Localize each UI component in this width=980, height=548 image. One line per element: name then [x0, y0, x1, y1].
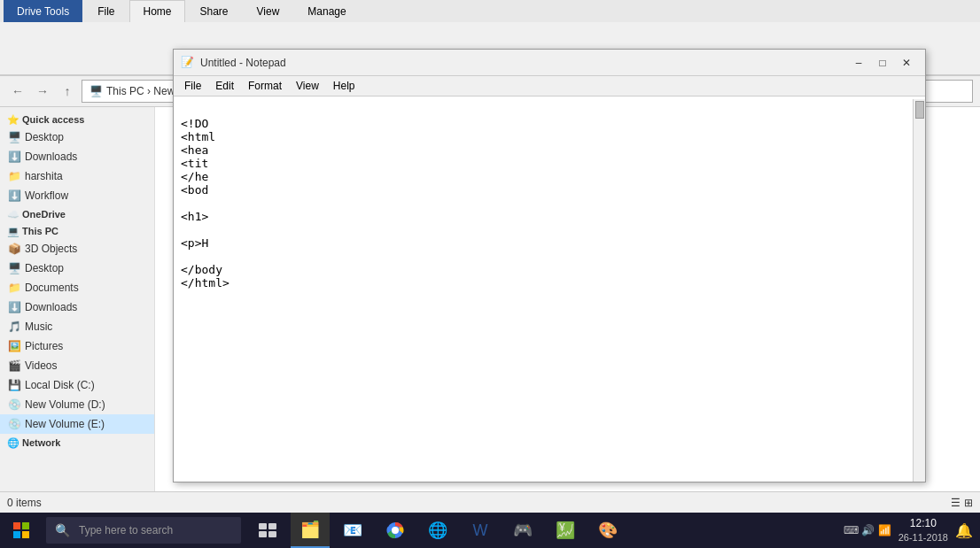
notepad-menu: File Edit Format View Help: [174, 76, 925, 96]
path-icon: 🖥️: [89, 85, 103, 97]
svg-rect-6: [259, 531, 267, 537]
clock: 12:10 26-11-2018: [898, 516, 948, 544]
notepad-title: Untitled - Notepad: [200, 57, 847, 69]
svg-rect-5: [268, 523, 276, 529]
quick-access-label: ⭐ Quick access: [0, 111, 154, 127]
music-icon: 🎵: [7, 320, 21, 334]
downloads-icon: ⬇️: [7, 150, 21, 164]
sidebar-item-new-volume-d[interactable]: 💿New Volume (D:): [0, 395, 154, 414]
svg-rect-4: [259, 523, 267, 529]
sidebar-item-local-disk-c[interactable]: 💾Local Disk (C:): [0, 375, 154, 395]
sidebar-item-documents[interactable]: 📁Documents: [0, 278, 154, 297]
view-controls: ☰ ⊞: [951, 497, 973, 509]
extra-taskbar-icon[interactable]: 🎨: [588, 513, 627, 548]
local-disk-c-icon: 💾: [7, 378, 21, 392]
harshita-icon: 📁: [7, 169, 21, 183]
taskbar-search-box[interactable]: 🔍 Type here to search: [46, 517, 241, 544]
tab-drive-tools[interactable]: Drive Tools: [4, 0, 82, 22]
sidebar-item-downloads[interactable]: ⬇️Downloads: [0, 297, 154, 317]
edge-taskbar-icon[interactable]: 🌐: [418, 513, 457, 548]
pictures-icon: 🖼️: [7, 339, 21, 353]
sketchbook-taskbar-icon[interactable]: 💹: [546, 513, 585, 548]
sidebar-item-downloads-quick[interactable]: ⬇️Downloads: [0, 147, 154, 166]
new-volume-d-icon: 💿: [7, 397, 21, 412]
tab-share[interactable]: Share: [187, 0, 242, 22]
game-taskbar-icon[interactable]: 🎮: [503, 513, 542, 548]
tab-view[interactable]: View: [244, 0, 293, 22]
onedrive-label: ☁️ OneDrive: [0, 205, 154, 222]
system-tray: ⌨ 🔊 📶 12:10 26-11-2018 🔔: [844, 516, 980, 544]
menu-file[interactable]: File: [177, 78, 208, 94]
date-display: 26-11-2018: [898, 531, 948, 544]
menu-view[interactable]: View: [289, 78, 326, 94]
grid-view-icon[interactable]: ⊞: [964, 497, 973, 509]
notification-icon[interactable]: 🔔: [955, 522, 973, 539]
sidebar-item-pictures[interactable]: 🖼️Pictures: [0, 336, 154, 356]
downloads2-icon: ⬇️: [7, 300, 21, 314]
svg-rect-2: [13, 531, 20, 538]
back-button[interactable]: ←: [7, 81, 28, 102]
tab-file[interactable]: File: [84, 0, 128, 22]
notepad-window: 📝 Untitled - Notepad – □ ✕ File Edit For…: [173, 49, 926, 482]
sidebar-item-new-volume-e[interactable]: 💿New Volume (E:): [0, 414, 154, 434]
status-bar: 0 items ☰ ⊞: [0, 491, 980, 513]
list-view-icon[interactable]: ☰: [951, 497, 961, 509]
chrome-taskbar-icon[interactable]: [376, 513, 415, 548]
notepad-app-icon: 📝: [181, 56, 195, 70]
time-display: 12:10: [898, 516, 948, 531]
notepad-content[interactable]: <!DO <html <hea <tit </he <bod <h1> <p>H…: [174, 96, 925, 482]
sidebar-item-harshita[interactable]: 📁harshita: [0, 166, 154, 186]
desktop2-icon: 🖥️: [7, 261, 21, 275]
maximize-button[interactable]: □: [871, 51, 894, 74]
sidebar-item-workflow[interactable]: ⬇️Workflow: [0, 186, 154, 205]
svg-rect-3: [22, 531, 29, 538]
forward-button[interactable]: →: [32, 81, 53, 102]
minimize-button[interactable]: –: [847, 51, 870, 74]
tray-icons[interactable]: ⌨ 🔊 📶: [844, 524, 891, 536]
desktop-icon: 🖥️: [7, 130, 21, 144]
notepad-titlebar: 📝 Untitled - Notepad – □ ✕: [174, 50, 925, 76]
notepad-scrollbar[interactable]: [913, 99, 925, 482]
file-explorer-taskbar-icon[interactable]: 🗂️: [291, 513, 330, 548]
3d-icon: 📦: [7, 242, 21, 256]
notepad-window-controls: – □ ✕: [847, 51, 918, 74]
tab-manage[interactable]: Manage: [294, 0, 359, 22]
svg-rect-1: [22, 522, 29, 529]
taskbar-pinned-icons: 🗂️ 📧 🌐 W 🎮 💹 🎨: [248, 513, 627, 548]
close-button[interactable]: ✕: [895, 51, 918, 74]
svg-rect-7: [268, 531, 276, 537]
explorer-sidebar: ⭐ Quick access 🖥️Desktop ⬇️Downloads 📁ha…: [0, 107, 155, 491]
taskbar: 🔍 Type here to search 🗂️ 📧: [0, 513, 980, 548]
mail-taskbar-icon[interactable]: 📧: [333, 513, 372, 548]
start-button[interactable]: [0, 513, 43, 548]
svg-rect-0: [13, 522, 20, 529]
sidebar-item-music[interactable]: 🎵Music: [0, 317, 154, 336]
network-label: 🌐 Network: [0, 434, 154, 451]
new-volume-e-icon: 💿: [7, 417, 21, 431]
taskbar-search-placeholder: Type here to search: [79, 524, 173, 536]
menu-edit[interactable]: Edit: [208, 78, 241, 94]
svg-point-9: [392, 527, 399, 534]
this-pc-label: 💻 This PC: [0, 222, 154, 239]
sidebar-item-videos[interactable]: 🎬Videos: [0, 356, 154, 375]
sidebar-item-desktop-quick[interactable]: 🖥️Desktop: [0, 127, 154, 147]
word-taskbar-icon[interactable]: W: [461, 513, 500, 548]
videos-icon: 🎬: [7, 359, 21, 373]
taskview-button[interactable]: [248, 513, 287, 548]
tab-home[interactable]: Home: [129, 0, 184, 22]
workflow-icon: ⬇️: [7, 189, 21, 203]
menu-help[interactable]: Help: [326, 78, 362, 94]
ribbon-tabs: Drive Tools File Home Share View Manage: [0, 0, 980, 22]
menu-format[interactable]: Format: [241, 78, 289, 94]
sidebar-item-3d[interactable]: 📦3D Objects: [0, 239, 154, 259]
up-button[interactable]: ↑: [57, 81, 78, 102]
taskbar-search-icon: 🔍: [55, 523, 70, 537]
item-count: 0 items: [7, 497, 42, 509]
documents-icon: 📁: [7, 281, 21, 295]
sidebar-item-desktop[interactable]: 🖥️Desktop: [0, 259, 154, 278]
